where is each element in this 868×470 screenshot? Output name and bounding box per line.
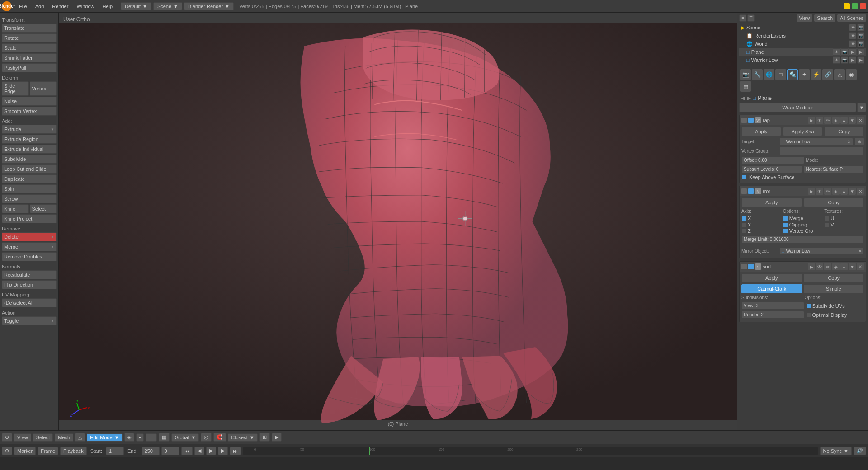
mode-dropdown[interactable]: Default ▼ (121, 2, 151, 10)
prop-tab-data[interactable]: △ (834, 69, 845, 80)
search-btn[interactable]: Search (814, 14, 835, 22)
mirror-x-check[interactable] (741, 216, 746, 221)
plane-extra-btn[interactable]: ▶ (849, 48, 856, 56)
recalculate-btn[interactable]: Recalculate (2, 270, 57, 279)
world-render-btn[interactable]: 📷 (857, 40, 864, 47)
all-scenes-btn[interactable]: All Scenes (837, 14, 866, 22)
global-dropdown[interactable]: Global ▼ (171, 433, 199, 442)
subsurf-delete-btn[interactable]: ✕ (857, 263, 864, 270)
start-frame-input[interactable] (106, 447, 124, 455)
smooth-vertex-btn[interactable]: Smooth Vertex (2, 107, 57, 116)
current-frame-input[interactable] (161, 447, 179, 455)
jump-start-btn[interactable]: ⏮ (181, 447, 193, 455)
knife-project-btn[interactable]: Knife Project (2, 214, 57, 223)
mirror-apply-btn[interactable]: Apply (741, 198, 802, 207)
duplicate-btn[interactable]: Duplicate (2, 174, 57, 183)
mirror-name-input[interactable] (763, 188, 807, 194)
tree-item-renderlayers[interactable]: 📋 RenderLayers 👁 📷 (739, 32, 866, 40)
subsurf-subdiv-uvs-check[interactable] (806, 303, 811, 308)
subsurf-catmull-btn[interactable]: Catmul-Clark (741, 284, 802, 293)
warrior-extra2-btn[interactable]: ▶ (857, 56, 864, 64)
step-back-btn[interactable]: ◀ (194, 446, 204, 455)
subsurf-copy-btn[interactable]: Copy (804, 273, 864, 282)
wrap-keep-above-check[interactable] (741, 175, 746, 180)
subsurf-view-value[interactable]: View: 3 (741, 302, 804, 310)
subsurf-up-btn[interactable]: ▲ (840, 263, 848, 270)
scene-layout-btn[interactable]: ☰ (747, 14, 755, 22)
screw-btn[interactable]: Screw (2, 194, 57, 203)
plane-extra2-btn[interactable]: ▶ (857, 48, 864, 56)
select-menu-btn[interactable]: Select (33, 433, 53, 442)
wrap-mode-dropdown[interactable]: Nearest Surface P (804, 165, 864, 173)
wrap-subsurf-value[interactable]: Subsurf Levels: 0 (741, 165, 802, 173)
proportional-btn[interactable]: ◎ (201, 433, 212, 442)
wrap-up-btn[interactable]: ▲ (840, 117, 848, 124)
subsurf-toggle[interactable] (741, 264, 747, 269)
frame-btn[interactable]: Frame (38, 447, 58, 455)
menu-render[interactable]: Render (48, 3, 72, 10)
edit-mode-dropdown[interactable]: Edit Mode ▼ (87, 433, 122, 442)
scene-vis-btn[interactable]: 👁 (849, 24, 856, 31)
wrap-vgroup-value[interactable] (779, 147, 864, 155)
prop-tab-constraints[interactable]: 🔗 (822, 69, 833, 80)
prop-tab-particles[interactable]: ✦ (799, 69, 810, 80)
push-pull-btn[interactable]: PushyPull (2, 63, 57, 72)
prop-tab-physics[interactable]: ⚡ (811, 69, 821, 80)
subsurf-render-value[interactable]: Render: 2 (741, 311, 804, 319)
scale-btn[interactable]: Scale (2, 43, 57, 52)
mesh-viewport[interactable] (59, 13, 737, 430)
tree-item-warrior[interactable]: □ Warrior Low 👁 📷 ▶ ▶ (739, 56, 866, 64)
remove-doubles-btn[interactable]: Remove Doubles (2, 252, 57, 261)
mesh-menu-btn[interactable]: Mesh (55, 433, 73, 442)
tree-item-plane[interactable]: □ Plane 👁 📷 ▶ ▶ (739, 48, 866, 56)
wrap-down-btn[interactable]: ▼ (849, 117, 856, 124)
scene-icon-btn[interactable]: ■ (739, 14, 746, 22)
mirror-clipping-check[interactable] (783, 222, 788, 227)
snap-btn[interactable]: 🧲 (213, 433, 226, 442)
prop-tab-render[interactable]: 📷 (740, 69, 751, 80)
global-view-btn[interactable]: ⊕ (2, 433, 12, 442)
wrap-apply-btn[interactable]: Apply (741, 127, 781, 136)
mesh-icon-btn[interactable]: △ (75, 433, 85, 442)
snap-toggle[interactable]: ◈ (124, 433, 134, 442)
select-btn[interactable]: Select (30, 204, 57, 213)
close-button[interactable] (860, 3, 866, 9)
subsurf-toggle2[interactable] (748, 264, 754, 269)
prop-tab-scene[interactable]: 🔧 (752, 69, 763, 80)
mirror-vis-btn[interactable]: 👁 (816, 188, 823, 195)
view-menu-btn[interactable]: View (14, 433, 31, 442)
subsurf-name-input[interactable] (763, 264, 807, 269)
flip-direction-btn[interactable]: Flip Direction (2, 280, 57, 289)
mirror-down-btn[interactable]: ▼ (849, 188, 856, 195)
wrap-edit-btn[interactable]: ✏ (824, 117, 831, 124)
mirror-toggle[interactable] (741, 188, 747, 194)
viewport[interactable]: User Ortho (59, 13, 737, 430)
mirror-toggle2[interactable] (748, 188, 754, 194)
rotate-btn[interactable]: Rotate (2, 33, 57, 42)
wrap-target-clear-btn[interactable]: ✕ (847, 139, 851, 144)
wrap-apply-sha-btn[interactable]: Apply Sha (783, 127, 823, 136)
edge-select-btn[interactable]: — (146, 433, 157, 442)
tree-item-world[interactable]: 🌐 World 👁 📷 (739, 40, 866, 48)
menu-add[interactable]: Add (32, 3, 48, 10)
audio-btn[interactable]: 🔊 (854, 446, 866, 455)
menu-help[interactable]: Help (99, 3, 117, 10)
menu-file[interactable]: File (15, 3, 31, 10)
playback-btn[interactable]: Playback (60, 447, 87, 455)
subsurf-apply-btn[interactable]: Apply (741, 273, 802, 282)
wrap-cage-btn[interactable]: ◈ (832, 117, 840, 124)
wrap-vis-btn[interactable]: 👁 (816, 117, 823, 124)
prop-tab-modifier[interactable]: 🔩 (787, 69, 798, 80)
mirror-z-check[interactable] (741, 229, 746, 234)
mirror-render-btn[interactable]: ▶ (808, 188, 815, 195)
end-frame-input[interactable] (142, 447, 160, 455)
wrap-offset-value[interactable]: Offset: 0.00 (741, 156, 804, 164)
extrude-region-btn[interactable]: Extrude Region (2, 135, 57, 144)
warrior-vis-btn[interactable]: 👁 (833, 56, 840, 64)
minimize-button[interactable] (844, 3, 850, 9)
tree-item-scene[interactable]: ▶ Scene 👁 📷 (739, 24, 866, 32)
warrior-render-btn[interactable]: 📷 (841, 56, 848, 64)
vertex-select-btn[interactable]: • (136, 433, 144, 442)
toggle-dropdown[interactable]: Toggle▼ (2, 316, 57, 325)
wrap-render-btn[interactable]: ▶ (808, 117, 815, 124)
